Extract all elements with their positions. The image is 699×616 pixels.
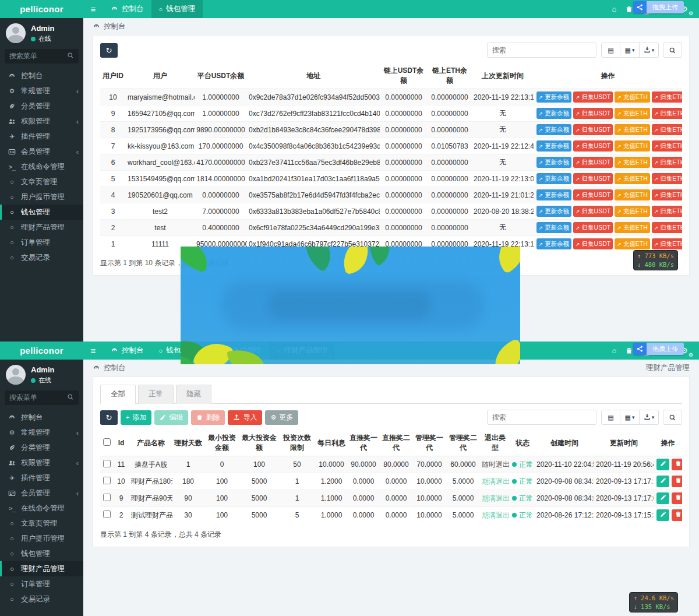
action-button[interactable]: ↗充值ETH (615, 222, 650, 233)
column-header[interactable]: 投资次数限制 (278, 430, 316, 456)
action-button[interactable]: ↗归集ETH (652, 157, 682, 168)
toggle-view-button[interactable]: ▤ (601, 43, 620, 58)
table-row[interactable]: 7kk-kissyou@163.com170.000000000x4c35009… (100, 138, 682, 154)
column-header[interactable]: 管理奖一代 (412, 430, 446, 456)
sidebar-item[interactable]: ✈插件管理 (0, 470, 83, 485)
column-header[interactable]: 链上USDT余额 (380, 63, 428, 89)
columns-button[interactable]: ▦▾ (620, 43, 640, 58)
column-header[interactable]: 状态 (510, 430, 535, 456)
search-input[interactable] (487, 43, 596, 58)
export-button[interactable]: ▾ (640, 410, 659, 425)
table-row[interactable]: 10maryaisme@hotmail.com1.000000000x9c2de… (100, 89, 682, 105)
import-button[interactable]: 导入 (228, 410, 262, 425)
sidebar-item[interactable]: 会员管理‹ (0, 485, 83, 501)
action-button[interactable]: ↗更新余额 (536, 91, 572, 103)
action-button[interactable]: ↗更新余额 (536, 140, 572, 152)
column-header[interactable]: Id (113, 430, 129, 456)
column-header[interactable]: 更新时间 (594, 430, 654, 456)
edit-button[interactable]: 编辑 (154, 410, 188, 425)
sidebar-item[interactable]: ○钱包管理 (0, 546, 83, 561)
row-checkbox[interactable] (103, 511, 111, 518)
column-header[interactable]: 退出类型 (480, 430, 510, 456)
home-icon[interactable]: ⌂ (606, 5, 622, 13)
column-header[interactable]: 直推奖一代 (347, 430, 380, 456)
column-header[interactable]: 上次更新时间 (472, 63, 534, 89)
sidebar-item[interactable]: >_在线命令管理 (0, 159, 83, 174)
search-submit-button[interactable] (663, 410, 682, 425)
sidebar-item[interactable]: ✈插件管理 (0, 129, 83, 144)
action-button[interactable]: ↗充值ETH (615, 238, 650, 249)
action-button[interactable]: ↗更新余额 (536, 124, 572, 135)
action-button[interactable]: ↗归集USDT (573, 108, 613, 119)
action-button[interactable]: ↗归集USDT (573, 189, 613, 200)
table-row[interactable]: 6workhard_cool@163.com4170.000000000xb23… (100, 154, 682, 171)
sidebar-item[interactable]: 权限管理‹ (0, 114, 83, 129)
action-button[interactable]: ↗归集USDT (573, 238, 613, 249)
table-row[interactable]: 4190520601@qq.com0.000000000xe3575ab8f2b… (100, 187, 682, 203)
sidebar-item[interactable]: ○钱包管理 (0, 205, 83, 220)
action-button[interactable]: ↗归集USDT (573, 157, 613, 168)
sidebar-item[interactable]: 权限管理‹ (0, 455, 83, 470)
more-button[interactable]: ⚙更多 (265, 410, 298, 425)
home-icon[interactable]: ⌂ (606, 346, 622, 355)
nav-tab[interactable]: 控制台 (103, 0, 151, 18)
sidebar-item[interactable]: 控制台 (0, 410, 83, 425)
search-input[interactable] (487, 410, 596, 425)
action-button[interactable]: ↗更新余额 (536, 222, 572, 233)
column-header[interactable]: 最小投资金额 (204, 430, 240, 456)
filter-tab[interactable]: 正常 (138, 385, 174, 404)
action-button[interactable]: ↗归集ETH (652, 238, 682, 249)
sidebar-item[interactable]: ○订单管理 (0, 235, 83, 250)
action-button[interactable]: ↗归集ETH (652, 124, 682, 135)
action-button[interactable]: ↗归集ETH (652, 108, 682, 119)
filter-tab[interactable]: 隐藏 (176, 385, 211, 404)
edit-button[interactable] (656, 459, 669, 470)
export-button[interactable]: ▾ (640, 43, 659, 58)
column-header[interactable]: 链上ETH余额 (428, 63, 472, 89)
column-header[interactable]: 创建时间 (535, 430, 594, 456)
action-button[interactable]: ↗充值ETH (615, 91, 650, 103)
action-button[interactable]: ↗充值ETH (615, 173, 650, 184)
delete-button[interactable] (672, 492, 682, 504)
table-row[interactable]: 81925173956@qq.com9890.000000000xb2d1b84… (100, 122, 682, 138)
action-button[interactable]: ↗归集ETH (652, 189, 682, 200)
sidebar-item[interactable]: ○文章页管理 (0, 516, 83, 531)
action-button[interactable]: ↗更新余额 (536, 238, 572, 249)
action-button[interactable]: ↗更新余额 (536, 173, 572, 184)
column-header[interactable]: 平台USDT余额 (195, 63, 247, 89)
edit-button[interactable] (656, 476, 669, 487)
column-header[interactable]: 用户ID (100, 63, 126, 89)
sidebar-item[interactable]: ○用户提币管理 (0, 531, 83, 546)
edit-button[interactable] (656, 509, 669, 521)
menu-toggle-icon[interactable]: ≡ (83, 0, 103, 18)
table-row[interactable]: 10理财产品180天180100500011.20000.00000.00001… (100, 473, 682, 490)
nav-tab[interactable]: 控制台 (103, 342, 151, 360)
drag-upload-pill[interactable]: 拖拽上传 (633, 343, 684, 355)
sidebar-item[interactable]: ○交易记录 (0, 250, 83, 265)
del-button[interactable]: 删除 (191, 410, 225, 425)
sidebar-item[interactable]: ○文章页管理 (0, 174, 83, 189)
action-button[interactable]: ↗归集USDT (573, 91, 613, 103)
column-header[interactable]: 直推奖二代 (380, 430, 412, 456)
sidebar-item[interactable]: >_在线命令管理 (0, 501, 83, 516)
drag-upload-pill[interactable]: 拖拽上传 (633, 1, 684, 13)
action-button[interactable]: ↗更新余额 (536, 189, 572, 200)
action-button[interactable]: ↗充值ETH (615, 206, 650, 217)
columns-button[interactable]: ▦▾ (620, 410, 640, 425)
action-button[interactable]: ↗归集USDT (573, 206, 613, 217)
table-row[interactable]: 3test27.000000000x6333a813b383eba1a06df5… (100, 203, 682, 220)
action-button[interactable]: ↗归集ETH (652, 222, 682, 233)
action-button[interactable]: ↗归集USDT (573, 222, 613, 233)
sidebar-item[interactable]: 分类管理 (0, 440, 83, 455)
table-row[interactable]: 11操盘手A股101005010.000090.000080.000070.00… (100, 456, 682, 473)
table-row[interactable]: 51531549495@qq.com1814.000000000xa1bd202… (100, 171, 682, 187)
sidebar-item[interactable]: ⚙常规管理‹ (0, 425, 83, 440)
table-row[interactable]: 2测试理财产品230100500051.00000.00000.000010.0… (100, 507, 682, 524)
sidebar-item[interactable]: ○订单管理 (0, 576, 83, 592)
sidebar-search-input[interactable]: 搜索菜单 (5, 390, 79, 405)
column-header[interactable]: 管理奖二代 (446, 430, 480, 456)
action-button[interactable]: ↗归集ETH (652, 91, 682, 103)
sidebar-item[interactable]: ○理财产品管理 (0, 220, 83, 235)
action-button[interactable]: ↗归集USDT (573, 140, 613, 152)
delete-button[interactable] (672, 459, 682, 470)
